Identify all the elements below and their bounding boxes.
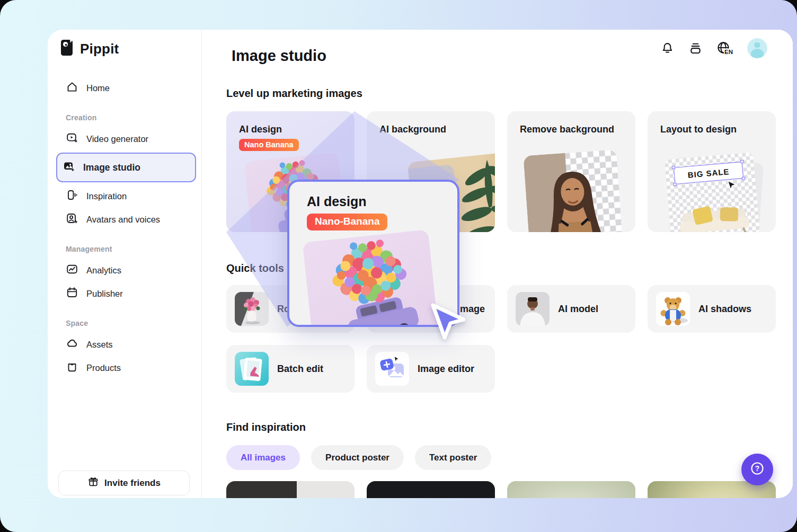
inspiration-thumbnail-2[interactable] [367, 481, 495, 498]
quick-tool-ai-shadows[interactable]: AI shadows [648, 285, 776, 333]
batch-edit-thumbnail [235, 352, 269, 386]
tab-label: All images [241, 453, 286, 463]
sidebar-item-label: Avatars and voices [86, 215, 160, 225]
invite-friends-button[interactable]: Invite friends [58, 471, 190, 495]
invite-friends-label: Invite friends [104, 478, 161, 489]
user-avatar[interactable] [747, 38, 767, 58]
tab-text-poster[interactable]: Text poster [415, 445, 491, 470]
quick-tool-label: AI model [558, 304, 598, 315]
quick-tool-label: AI shadows [698, 304, 751, 315]
roses-thumbnail [235, 292, 269, 326]
sofa-image [668, 198, 760, 232]
card-title: Layout to design [660, 124, 737, 135]
page-title: Image studio [232, 47, 326, 65]
header-icons: EN [660, 38, 767, 58]
sidebar-item-label: Image studio [83, 162, 140, 173]
quick-tools-heading: Quick tools [226, 262, 284, 274]
sidebar-item-avatars-voices[interactable]: Avatars and voices [59, 208, 193, 231]
tab-label: Product poster [325, 453, 389, 463]
video-generator-icon [66, 131, 78, 146]
tab-label: Text poster [429, 453, 477, 463]
portrait-cutout-image [523, 149, 622, 232]
sidebar-item-video-generator[interactable]: Video generator [59, 127, 193, 150]
card-title: Remove background [520, 124, 614, 135]
app-window: Pippit Home Creation Video generator Ima… [48, 30, 793, 498]
analytics-icon [66, 263, 78, 278]
card-title: AI background [379, 124, 446, 135]
sidebar-item-products[interactable]: Products [59, 356, 193, 379]
inspiration-thumbnail-1[interactable] [226, 481, 355, 498]
quick-tool-label: Batch edit [277, 363, 323, 375]
quick-tool-batch-edit[interactable]: Batch edit [226, 345, 355, 393]
logo: Pippit [59, 38, 193, 59]
popup-balloon-car-image [303, 229, 439, 327]
inspiration-icon [66, 189, 78, 203]
quick-tool-label: Image editor [418, 363, 474, 375]
pippit-logo-icon [59, 38, 75, 59]
card-layout-to-design[interactable]: BIG SALE Layout to des [648, 111, 776, 232]
find-inspiration-heading: Find inspiration [226, 421, 306, 433]
inspiration-tabs: All images Product poster Text poster [226, 445, 491, 470]
card-title: AI design [239, 124, 282, 135]
tab-all-images[interactable]: All images [226, 445, 300, 470]
level-up-heading: Level up marketing images [226, 87, 362, 100]
page-background: Pippit Home Creation Video generator Ima… [0, 0, 797, 532]
tab-product-poster[interactable]: Product poster [311, 445, 404, 470]
sidebar-item-home[interactable]: Home [59, 76, 193, 100]
ai-model-thumbnail [516, 292, 550, 326]
sidebar-section-creation: Creation [66, 113, 193, 122]
assets-cloud-icon [66, 337, 78, 352]
ai-shadows-thumbnail [656, 292, 690, 326]
image-editor-thumbnail [375, 352, 409, 386]
inspiration-thumbnail-3[interactable] [507, 481, 635, 498]
sidebar-item-label: Products [86, 363, 121, 373]
gift-icon [87, 476, 99, 490]
sidebar-item-publisher[interactable]: Publisher [59, 282, 193, 305]
language-label: EN [724, 49, 733, 55]
language-globe-icon[interactable]: EN [716, 41, 734, 56]
sidebar-section-space: Space [66, 319, 193, 327]
sidebar-item-inspiration[interactable]: Inspiration [59, 184, 193, 208]
sidebar-item-label: Inspiration [86, 191, 127, 201]
inspiration-thumbnail-row [226, 481, 776, 498]
question-mark-icon: ? [749, 460, 766, 479]
app-name: Pippit [80, 41, 119, 57]
sidebar-item-analytics[interactable]: Analytics [59, 259, 193, 282]
quick-tool-image-editor[interactable]: Image editor [367, 345, 495, 393]
image-studio-icon [63, 160, 75, 175]
main-content: Image studio EN Level up marketing image… [202, 30, 793, 498]
home-icon [66, 81, 78, 95]
popup-nano-banana-badge: Nano-Banana [307, 214, 387, 230]
small-cursor-icon [725, 179, 738, 192]
publisher-icon [66, 286, 78, 301]
quick-tool-ai-model[interactable]: AI model [507, 285, 635, 333]
sidebar: Pippit Home Creation Video generator Ima… [48, 30, 202, 498]
sidebar-item-label: Home [86, 83, 110, 93]
sidebar-item-label: Video generator [86, 134, 148, 144]
svg-text:?: ? [755, 464, 760, 473]
layout-preview-image: BIG SALE [665, 152, 760, 232]
big-sale-label: BIG SALE [687, 167, 730, 180]
sidebar-item-image-studio[interactable]: Image studio [56, 153, 196, 182]
avatars-icon [66, 212, 78, 227]
products-bag-icon [66, 360, 78, 375]
sidebar-item-label: Analytics [86, 265, 121, 276]
popup-title: AI design [307, 194, 367, 209]
sidebar-item-label: Publisher [86, 289, 123, 299]
nano-banana-badge: Nano Banana [239, 139, 299, 151]
card-remove-background[interactable]: Remove background [507, 111, 635, 232]
help-button[interactable]: ? [741, 454, 773, 485]
sidebar-item-label: Assets [86, 340, 113, 350]
ai-design-zoom-popup[interactable]: AI design Nano-Banana [287, 180, 459, 327]
sidebar-section-management: Management [66, 245, 193, 253]
quick-tools-row-2: Batch edit Image editor [226, 345, 495, 393]
quick-tool-label-partial: mage [460, 304, 485, 315]
sidebar-item-assets[interactable]: Assets [59, 333, 193, 356]
stack-icon[interactable] [688, 41, 703, 56]
notification-bell-icon[interactable] [660, 41, 675, 56]
